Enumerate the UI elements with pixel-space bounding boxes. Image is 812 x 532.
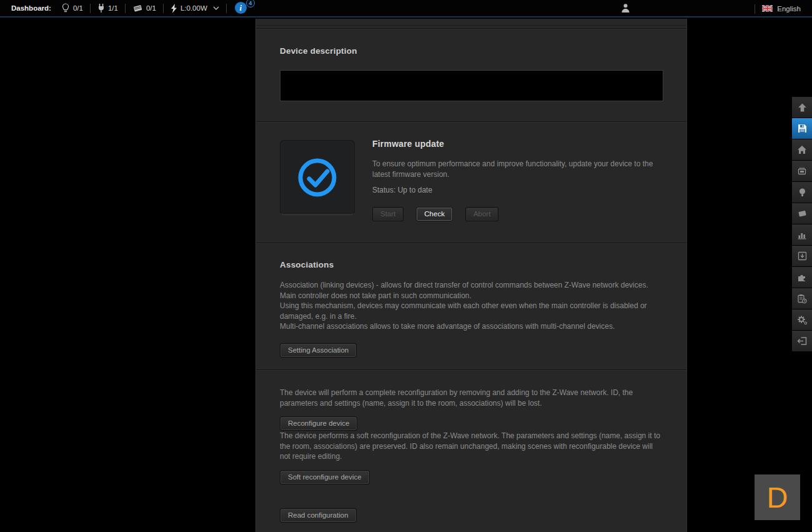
lights-stat[interactable]: 0/1 xyxy=(61,3,83,13)
reconfigure-section: The device will perform a complete recon… xyxy=(256,370,686,523)
backup-box-icon xyxy=(798,251,807,261)
puzzle-icon xyxy=(797,273,807,282)
right-toolbar xyxy=(792,97,812,352)
start-button[interactable]: Start xyxy=(372,207,404,221)
devices-button[interactable] xyxy=(792,161,812,181)
associations-title: Associations xyxy=(280,243,663,269)
divider xyxy=(226,4,227,13)
plug-icon xyxy=(97,3,105,13)
blinds-stat[interactable]: 0/1 xyxy=(132,4,156,13)
demo-logo[interactable]: D xyxy=(755,474,800,520)
associations-description: Association (linking devices) - allows f… xyxy=(280,280,663,332)
device-settings-panel: Device description Firmware update To en… xyxy=(255,19,687,532)
bulb-filled-icon xyxy=(798,188,806,198)
divider xyxy=(755,4,755,14)
logout-icon xyxy=(797,336,807,346)
user-icon xyxy=(621,3,630,13)
associations-section: Associations Association (linking device… xyxy=(256,243,686,369)
demo-logo-letter: D xyxy=(767,480,788,514)
logout-button[interactable] xyxy=(792,331,812,351)
chevron-down-icon xyxy=(213,6,219,10)
room-card-icon xyxy=(797,209,808,218)
device-module-icon xyxy=(797,166,807,176)
setting-association-button[interactable]: Setting Association xyxy=(280,343,357,358)
language-selector[interactable]: English xyxy=(777,5,801,13)
dashboard-label[interactable]: Dashboard: xyxy=(11,4,51,12)
divider xyxy=(125,4,126,13)
soft-reconfigure-device-button[interactable]: Soft reconfigure device xyxy=(280,470,370,484)
notifications-button[interactable]: 4 xyxy=(235,2,247,14)
rooms-button[interactable] xyxy=(792,203,812,224)
device-description-input[interactable] xyxy=(280,70,663,101)
user-menu[interactable] xyxy=(621,3,630,14)
device-description-title: Device description xyxy=(280,29,663,56)
topbar: Dashboard: 0/1 1/1 0/1 L:0.00W xyxy=(0,0,812,18)
reconfigure-description: The device will perform a complete recon… xyxy=(280,388,663,408)
blinds-count: 0/1 xyxy=(146,4,156,12)
plugins-button[interactable] xyxy=(792,267,812,288)
blind-icon xyxy=(132,4,143,13)
previous-section-stub xyxy=(256,19,686,26)
check-button[interactable]: Check xyxy=(416,207,453,221)
soft-reconfigure-description: The device performs a soft reconfigurati… xyxy=(280,431,663,462)
home-button[interactable] xyxy=(792,139,812,160)
lights-count: 0/1 xyxy=(73,4,83,12)
bar-chart-icon xyxy=(797,230,807,239)
energy-dropdown[interactable]: L:0.00W xyxy=(171,4,219,13)
home-icon xyxy=(797,145,807,154)
scenes-button[interactable] xyxy=(792,182,812,203)
notification-badge: 4 xyxy=(246,0,255,8)
divider xyxy=(163,4,164,13)
firmware-update-section: Firmware update To ensure optimum perfor… xyxy=(256,122,686,243)
panel-clock-icon xyxy=(797,294,807,304)
consumption-button[interactable] xyxy=(792,224,812,245)
backup-button[interactable] xyxy=(792,246,812,266)
arrow-up-icon xyxy=(798,103,807,112)
firmware-status: Status: Up to date xyxy=(372,186,663,194)
reconfigure-device-button[interactable]: Reconfigure device xyxy=(280,416,357,431)
firmware-status-card xyxy=(280,140,355,215)
panels-button[interactable] xyxy=(792,288,812,309)
uk-flag-icon xyxy=(762,5,773,13)
configuration-button[interactable] xyxy=(792,309,812,330)
bulb-icon xyxy=(61,3,70,13)
check-circle-icon xyxy=(295,155,340,200)
energy-icon xyxy=(171,4,177,13)
save-icon xyxy=(798,124,807,133)
scroll-top-button[interactable] xyxy=(792,97,812,118)
device-description-section: Device description xyxy=(256,29,686,121)
firmware-description: To ensure optimum performance and improv… xyxy=(372,159,663,179)
gear-icon xyxy=(797,315,808,325)
energy-value: L:0.00W xyxy=(181,4,207,12)
save-button[interactable] xyxy=(792,118,812,139)
firmware-title: Firmware update xyxy=(372,139,663,149)
divider xyxy=(90,4,91,13)
info-icon xyxy=(235,2,247,14)
abort-button[interactable]: Abort xyxy=(465,207,499,221)
plugs-count: 1/1 xyxy=(108,4,118,12)
read-configuration-button[interactable]: Read configuration xyxy=(280,508,357,523)
plugs-stat[interactable]: 1/1 xyxy=(97,3,118,13)
